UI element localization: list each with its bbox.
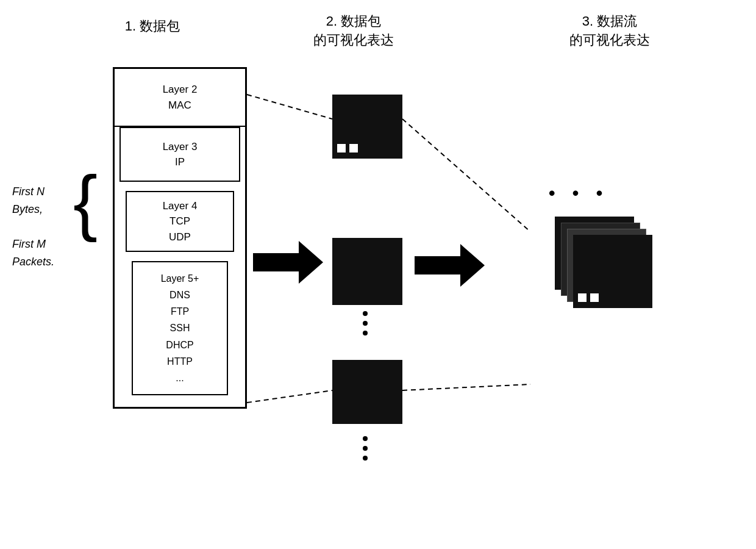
diagram-container: 1. 数据包 2. 数据包 的可视化表达 3. 数据流 的可视化表达 First… [0, 0, 756, 549]
layer-app: Layer 5+ DNS FTP SSH DHCP HTTP ... [132, 261, 228, 395]
svg-line-3 [402, 119, 530, 232]
layer-tcp: Layer 4 TCP UDP [126, 191, 234, 252]
svg-line-4 [402, 384, 530, 390]
svg-line-0 [247, 95, 332, 119]
section-title-2: 2. 数据包 的可视化表达 [293, 12, 415, 50]
stacked-packet-front [573, 235, 652, 308]
layer-ip: Layer 3 IP [119, 127, 240, 182]
svg-marker-2 [253, 241, 323, 284]
dots-col2 [363, 311, 368, 336]
dots-col2-bottom [363, 436, 368, 461]
section-title-3: 3. 数据流 的可视化表达 [549, 12, 671, 50]
layer-mac: Layer 2 MAC [115, 69, 245, 127]
packet-image-2 [332, 238, 402, 305]
packet-image-1 [332, 95, 402, 159]
side-label: First N Bytes, First M Packets. [12, 183, 54, 271]
dots-horizontal: • • • [549, 183, 608, 204]
section-title-1: 1. 数据包 [98, 17, 207, 35]
svg-marker-5 [415, 244, 485, 287]
packet-image-3 [332, 360, 402, 424]
brace-symbol: { [73, 165, 98, 238]
packet-layers-box: Layer 2 MAC Layer 3 IP Layer 4 TCP UDP L… [113, 67, 247, 409]
svg-line-1 [247, 390, 332, 403]
